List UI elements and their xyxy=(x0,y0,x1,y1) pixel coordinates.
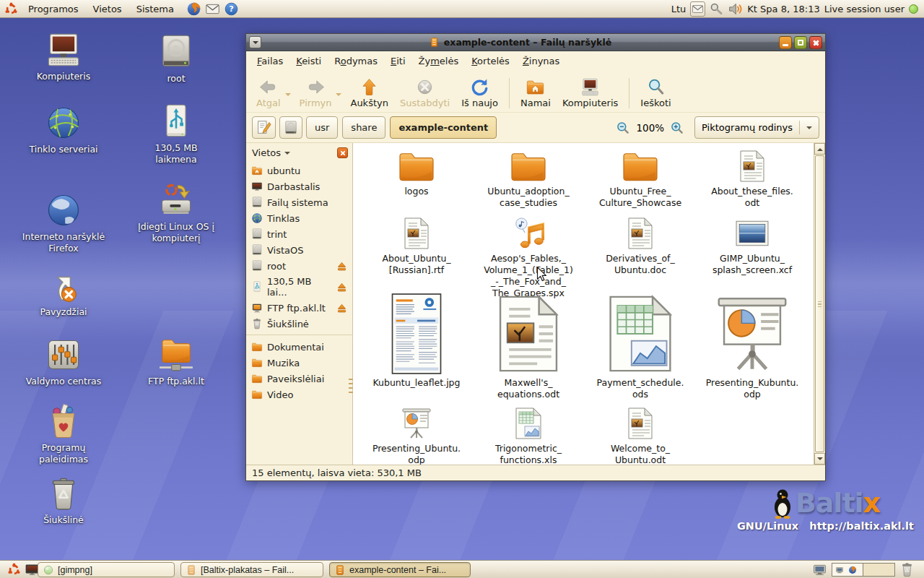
toolbar-button[interactable]: Iš naujo xyxy=(456,74,504,110)
menu-item[interactable]: Žymelės xyxy=(412,53,466,69)
toolbar-button[interactable]: Kompiuteris xyxy=(557,74,624,110)
menu-item[interactable]: Rodymas xyxy=(328,53,384,69)
window-menu-button[interactable] xyxy=(249,36,261,48)
scroll-down-button[interactable] xyxy=(814,453,825,465)
file-item[interactable]: GIMP_Ubuntu_ splash_screen.xcf xyxy=(698,217,806,276)
desktop-icon[interactable]: Tinklo serveriai xyxy=(20,105,107,155)
launcher-icon[interactable] xyxy=(186,1,201,17)
file-item[interactable]: Ubuntu_Free_ Culture_Showcase xyxy=(586,150,694,209)
workspace-2[interactable] xyxy=(863,564,894,576)
pane-resize-grip[interactable] xyxy=(349,379,353,396)
zoom-in-icon[interactable] xyxy=(670,121,684,135)
close-sidebar-button[interactable] xyxy=(337,147,348,158)
path-crumb[interactable]: usr xyxy=(306,116,338,139)
desktop-icon[interactable]: FTP ftp.akl.lt xyxy=(133,337,219,387)
minimize-button[interactable] xyxy=(779,36,792,49)
user-switcher[interactable]: Live session user xyxy=(824,4,905,14)
distro-menu-icon[interactable] xyxy=(4,1,19,17)
menu-item[interactable]: Eiti xyxy=(384,53,412,69)
maximize-button[interactable] xyxy=(794,36,807,49)
close-button[interactable] xyxy=(809,36,822,49)
workspace-switcher[interactable] xyxy=(832,563,895,577)
file-item[interactable]: Trigonometric_ functions.xls xyxy=(474,407,583,465)
zoom-out-icon[interactable] xyxy=(616,121,630,135)
file-item[interactable]: logos xyxy=(362,150,471,197)
sidebar-mode-select[interactable]: Vietos xyxy=(252,147,281,158)
trash-applet-icon[interactable] xyxy=(899,562,915,577)
sidebar-place-item[interactable]: Muzika xyxy=(246,355,352,371)
chevron-down-icon[interactable] xyxy=(285,93,291,99)
filesystem-root-crumb[interactable] xyxy=(279,116,302,139)
file-pane[interactable]: logos Ubuntu_adoption_ case_studies Ubun… xyxy=(353,143,825,465)
window-list-button[interactable]: [Baltix-plakatas – Fail... xyxy=(180,562,323,577)
eject-icon[interactable] xyxy=(336,282,347,293)
sidebar-place-item[interactable]: 130,5 MB lai... xyxy=(246,274,352,300)
toolbar-button[interactable]: Pirmyn xyxy=(294,74,338,110)
window-list-button[interactable]: example-content – Fai... xyxy=(329,562,471,577)
view-mode-select[interactable]: Piktogramų rodinys xyxy=(694,116,819,139)
menu-item[interactable]: Kortelės xyxy=(465,53,516,69)
toolbar-button[interactable]: Sustabdyti xyxy=(394,74,456,110)
sidebar-place-item[interactable]: root xyxy=(246,258,352,274)
chevron-down-icon[interactable] xyxy=(284,152,290,158)
toggle-location-entry-button[interactable] xyxy=(252,116,276,139)
menu-item[interactable]: Žinynas xyxy=(516,53,566,69)
desktop-icon[interactable]: Šiukšlinė xyxy=(20,475,107,526)
clock[interactable]: Kt Spa 8, 18:13 xyxy=(747,4,819,14)
sidebar-place-item[interactable]: VistaOS xyxy=(246,242,352,258)
file-item[interactable]: Maxwell's_ equations.odt xyxy=(474,293,583,400)
sidebar-place-item[interactable]: Paveikslėliai xyxy=(246,371,352,387)
chevron-down-icon[interactable] xyxy=(336,93,341,99)
sidebar-place-item[interactable]: FTP ftp.akl.lt xyxy=(246,300,352,316)
desktop-icon[interactable]: Interneto naršyklė Firefox xyxy=(20,192,107,255)
workspace-1[interactable] xyxy=(832,564,863,576)
sidebar-place-item[interactable]: Darbastalis xyxy=(246,178,352,194)
scrollbar-thumb[interactable] xyxy=(815,155,824,452)
tray-icon[interactable] xyxy=(690,1,705,17)
display-tray-icon[interactable] xyxy=(812,562,827,577)
sidebar-place-item[interactable]: Tinklas xyxy=(246,210,352,226)
file-item[interactable]: Kubuntu_leaflet.jpg xyxy=(362,293,471,389)
scroll-up-button[interactable] xyxy=(814,143,825,155)
path-crumb[interactable]: example-content xyxy=(390,116,497,139)
eject-icon[interactable] xyxy=(336,303,347,314)
vertical-scrollbar[interactable] xyxy=(814,143,825,465)
desktop-icon[interactable]: Programų paleidimas xyxy=(20,403,107,466)
launcher-icon[interactable] xyxy=(224,1,239,17)
launcher-icon[interactable] xyxy=(205,1,220,17)
sidebar-place-item[interactable]: ubuntu xyxy=(246,163,352,178)
file-item[interactable]: Ubuntu_adoption_ case_studies xyxy=(474,150,583,209)
file-item[interactable]: Aesop's_Fables,_ Volume_1_(Fable_1) _-_T… xyxy=(474,217,583,299)
toolbar-button[interactable]: Namai xyxy=(515,74,557,110)
file-item[interactable]: Welcome_to_ Ubuntu.odt xyxy=(586,407,694,465)
desktop-icon[interactable]: Valdymo centras xyxy=(20,337,107,387)
titlebar[interactable]: example-content – Failų naršyklė xyxy=(246,34,825,51)
sidebar-place-item[interactable]: Šiukšlinė xyxy=(246,316,352,335)
toolbar-button[interactable]: Ieškoti xyxy=(635,74,676,110)
file-item[interactable]: Derivatives_of_ Ubuntu.doc xyxy=(586,217,694,276)
file-item[interactable]: Presenting_Kubuntu. odp xyxy=(698,293,806,400)
desktop-icon[interactable]: Kompiuteris xyxy=(20,32,107,82)
file-item[interactable]: Payment_schedule. ods xyxy=(586,293,694,400)
menu-item[interactable]: Failas xyxy=(250,53,289,69)
sidebar-place-item[interactable]: Video xyxy=(246,387,352,402)
desktop-icon[interactable]: 130,5 MB laikmena xyxy=(133,103,219,166)
sidebar-place-item[interactable]: trint xyxy=(246,226,352,242)
file-item[interactable]: About_Ubuntu_ [Russian].rtf xyxy=(362,217,471,276)
tray-icon[interactable] xyxy=(728,1,743,17)
toolbar-button[interactable]: Atgal xyxy=(250,74,287,110)
sidebar-place-item[interactable]: Dokumentai xyxy=(246,339,352,355)
panel-menu-item[interactable]: Sistema xyxy=(129,1,181,17)
toolbar-button[interactable]: Aukštyn xyxy=(344,74,393,110)
panel-ubuntu-icon[interactable] xyxy=(6,562,22,577)
panel-menu-item[interactable]: Programos xyxy=(21,1,86,17)
desktop-icon[interactable]: Pavyzdžiai xyxy=(20,267,107,318)
file-item[interactable]: About_these_files. odt xyxy=(698,150,806,209)
window-list-button[interactable]: [gimpng] xyxy=(38,562,175,577)
tray-icon[interactable] xyxy=(709,1,724,17)
menu-item[interactable]: Keisti xyxy=(289,53,328,69)
keyboard-layout-indicator[interactable]: Ltu xyxy=(671,4,687,14)
sidebar-place-item[interactable]: Failų sistema xyxy=(246,194,352,210)
desktop-icon[interactable]: Įdiegti Linux OS į kompiuterį xyxy=(133,182,219,245)
panel-menu-item[interactable]: Vietos xyxy=(86,1,129,17)
